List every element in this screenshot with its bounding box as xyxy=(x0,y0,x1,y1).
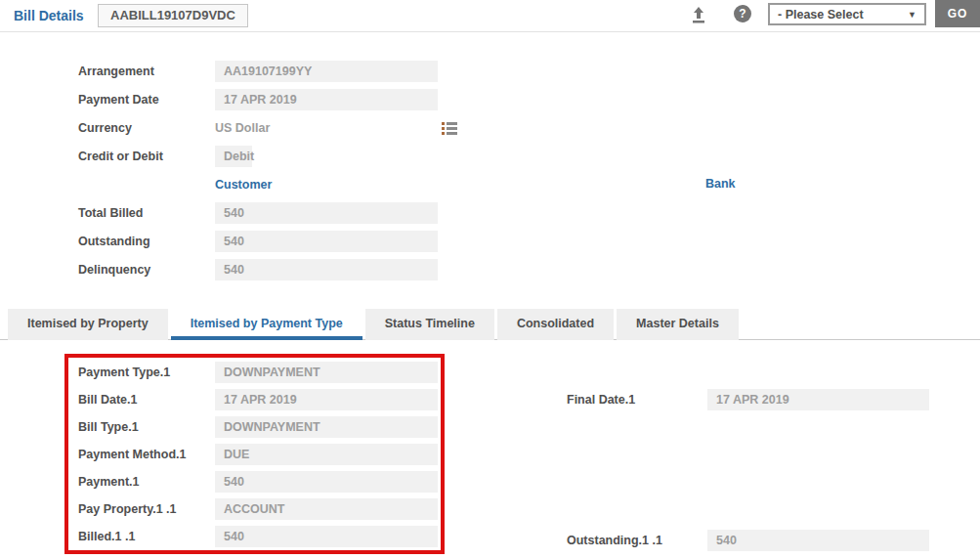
field-row-currency: Currency US Dollar xyxy=(78,117,438,139)
credit-or-debit-label: Credit or Debit xyxy=(78,150,215,163)
pay-property-1-1-value: ACCOUNT xyxy=(215,498,438,520)
payment-type-1-value: DOWNPAYMENT xyxy=(215,362,438,383)
field-row-outstanding: Outstanding 540 xyxy=(78,231,438,252)
party-links-row: Customer Bank xyxy=(78,174,438,195)
pay-property-1-1-label: Pay Property.1 .1 xyxy=(78,502,215,516)
go-button[interactable]: GO xyxy=(935,0,980,27)
field-row-outstanding-1-1: Outstanding.1 .1 540 xyxy=(567,530,929,551)
tab-master-details[interactable]: Master Details xyxy=(617,309,739,340)
tab-itemised-by-payment-type[interactable]: Itemised by Payment Type xyxy=(171,309,362,340)
upload-icon[interactable] xyxy=(689,5,708,24)
bill-id-badge: AABILL19107D9VDC xyxy=(98,4,248,27)
header-bar: Bill Details AABILL19107D9VDC ? - Please… xyxy=(0,0,980,32)
field-row-billed-1-1: Billed.1 .1 540 xyxy=(78,526,441,547)
currency-lookup-list-icon[interactable] xyxy=(442,121,457,135)
tab-consolidated[interactable]: Consolidated xyxy=(497,309,614,340)
bill-date-1-value: 17 APR 2019 xyxy=(215,389,438,410)
total-billed-label: Total Billed xyxy=(78,206,215,220)
customer-link[interactable]: Customer xyxy=(215,178,272,192)
tab-strip: Itemised by Property Itemised by Payment… xyxy=(0,309,980,340)
billed-1-1-label: Billed.1 .1 xyxy=(78,530,215,543)
field-row-final-date-1: Final Date.1 17 APR 2019 xyxy=(567,389,929,410)
summary-section: Arrangement AA19107199YY Payment Date 17… xyxy=(78,61,438,287)
bill-type-1-label: Bill Type.1 xyxy=(78,420,215,434)
bill-type-1-value: DOWNPAYMENT xyxy=(215,416,438,438)
help-icon[interactable]: ? xyxy=(734,5,751,22)
arrangement-label: Arrangement xyxy=(78,64,215,78)
field-row-pay-property-1-1: Pay Property.1 .1 ACCOUNT xyxy=(78,498,441,520)
action-select[interactable]: - Please Select ▼ xyxy=(768,3,926,25)
bill-details-page: Bill Details AABILL19107D9VDC ? - Please… xyxy=(0,0,980,559)
credit-or-debit-value: Debit xyxy=(215,146,252,167)
outstanding-1-1-label: Outstanding.1 .1 xyxy=(567,534,707,547)
field-row-credit-or-debit: Credit or Debit Debit xyxy=(78,146,438,167)
total-billed-value: 540 xyxy=(215,202,438,224)
field-row-arrangement: Arrangement AA19107199YY xyxy=(78,61,438,82)
outstanding-label: Outstanding xyxy=(78,235,215,248)
final-date-1-label: Final Date.1 xyxy=(567,393,707,407)
tab-itemised-by-property[interactable]: Itemised by Property xyxy=(8,309,168,340)
field-row-payment-date: Payment Date 17 APR 2019 xyxy=(78,89,438,110)
field-row-payment-1: Payment.1 540 xyxy=(78,471,441,493)
payment-type-1-label: Payment Type.1 xyxy=(78,366,215,379)
currency-value: US Dollar xyxy=(215,117,270,139)
page-title: Bill Details xyxy=(14,8,84,23)
field-row-bill-type-1: Bill Type.1 DOWNPAYMENT xyxy=(78,416,441,438)
payment-date-value: 17 APR 2019 xyxy=(215,89,438,110)
chevron-down-icon: ▼ xyxy=(908,10,916,20)
payment-date-label: Payment Date xyxy=(78,93,215,107)
action-select-value: - Please Select xyxy=(778,8,908,22)
final-date-1-value: 17 APR 2019 xyxy=(707,389,929,410)
delinquency-label: Delinquency xyxy=(78,263,215,277)
delinquency-value: 540 xyxy=(215,259,438,280)
billed-1-1-value: 540 xyxy=(215,526,438,547)
payment-method-1-label: Payment Method.1 xyxy=(78,448,215,461)
field-row-delinquency: Delinquency 540 xyxy=(78,259,438,280)
payment-method-1-value: DUE xyxy=(215,444,438,465)
outstanding-value: 540 xyxy=(215,231,438,252)
field-row-payment-method-1: Payment Method.1 DUE xyxy=(78,444,441,465)
field-row-total-billed: Total Billed 540 xyxy=(78,202,438,224)
field-row-payment-type-1: Payment Type.1 DOWNPAYMENT xyxy=(78,362,441,383)
outstanding-1-1-value: 540 xyxy=(707,530,929,551)
payment-1-value: 540 xyxy=(215,471,438,493)
currency-label: Currency xyxy=(78,121,215,135)
field-row-bill-date-1: Bill Date.1 17 APR 2019 xyxy=(78,389,441,410)
highlighted-field-group: Payment Type.1 DOWNPAYMENT Bill Date.1 1… xyxy=(64,354,445,554)
payment-1-label: Payment.1 xyxy=(78,475,215,489)
bill-date-1-label: Bill Date.1 xyxy=(78,393,215,407)
arrangement-value: AA19107199YY xyxy=(215,61,438,82)
tab-status-timeline[interactable]: Status Timeline xyxy=(365,309,494,340)
bank-link[interactable]: Bank xyxy=(705,177,736,191)
